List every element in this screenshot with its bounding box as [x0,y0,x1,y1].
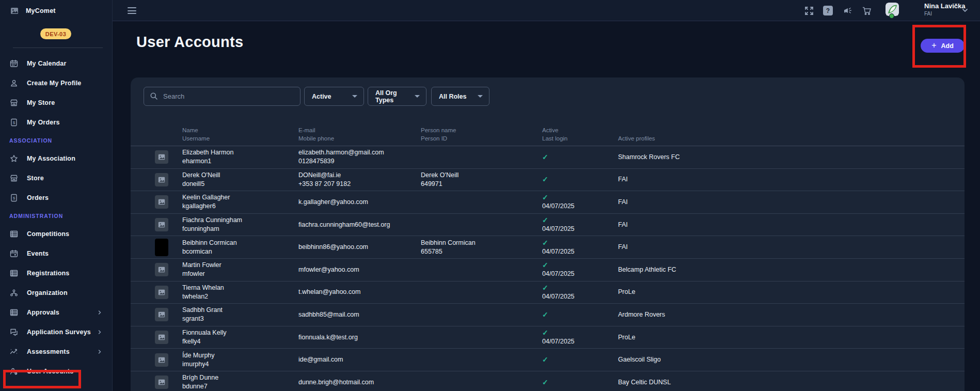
active-profiles: Gaelscoil Sligo [618,355,965,364]
org-type-filter-value: All Org Types [375,89,409,104]
help-icon[interactable]: ? [823,6,833,15]
table-row[interactable]: Fionnuala Kellyfkelly4 fionnuala.k@test.… [131,326,965,349]
sidebar-item-label: Orders [27,194,49,201]
table-row[interactable]: Brígh Dunnebdunne7 dunne.brigh@hotmail.c… [131,371,965,391]
active-check-icon: ✓ [542,284,618,292]
person-id: 649971 [421,180,542,189]
user-menu[interactable]: Nina Lavička FAI [924,2,966,17]
table-row[interactable]: Tierna Whelantwhelan2 t.whelan@yahoo.com… [131,281,965,304]
user-email: ide@gmail.com [298,355,421,364]
sidebar-item-competitions[interactable]: Competitions [0,224,112,244]
user-name: Brígh Dunne [182,373,298,382]
sidebar-item-label: Events [27,250,49,257]
app-logo-row[interactable]: MyComet [0,0,112,21]
sidebar-item-store[interactable]: Store [0,168,112,188]
sidebar-item-label: User Accounts [27,368,73,375]
avatar [155,263,168,276]
sidebar-item-my-orders[interactable]: $My Orders [0,113,112,132]
table-body: Elizabeth Harmoneharmon1 elizabeth.harmo… [131,146,965,391]
environment-badge: DEV-03 [40,28,71,39]
person-name: Beibhinn Cormican [421,239,542,247]
status-filter-dropdown[interactable]: Active [304,87,364,106]
image-placeholder-icon [158,311,165,318]
chat-icon [10,328,18,336]
sidebar-item-create-my-profile[interactable]: Create My Profile [0,73,112,93]
table-row[interactable]: Keelin Gallagherkgallagher6 k.gallagher@… [131,191,965,214]
person-name: Derek O'Neill [421,171,542,180]
sidebar-item-label: My Calendar [27,60,67,67]
online-status-dot [889,13,894,19]
user-name: Derek O'Neill [182,171,298,180]
add-button[interactable]: + Add [921,39,965,53]
avatar [155,308,168,321]
trend-icon [10,348,18,356]
chevron-down-icon[interactable] [962,7,968,13]
person-id: 655785 [421,247,542,256]
store-icon [10,174,18,182]
user-name: Tierna Whelan [182,284,298,292]
sidebar-item-assessments[interactable]: Assessments [0,342,112,362]
sidebar-item-orders[interactable]: $Orders [0,188,112,208]
sidebar-item-my-calendar[interactable]: My Calendar [0,54,112,73]
sidebar-item-approvals[interactable]: Approvals [0,303,112,322]
user-username: doneill5 [182,180,298,189]
active-profiles: FAI [618,221,965,229]
search-input[interactable] [144,87,301,106]
col-username: Username [182,134,298,143]
sidebar-section-administration: ADMINISTRATION [0,208,112,224]
avatar [155,331,168,344]
avatar [155,353,168,367]
sidebar-item-events[interactable]: Events [0,244,112,263]
user-username: fkelly4 [182,337,298,346]
cart-icon[interactable] [862,6,872,16]
table-row[interactable]: Fiachra Cunninghamfcunningham fiachra.cu… [131,214,965,237]
caret-down-icon [415,95,420,98]
table-row[interactable]: Elizabeth Harmoneharmon1 elizabeth.harmo… [131,146,965,169]
table-row[interactable]: Beibhinn Cormicanbcormican beibhinn86@ya… [131,236,965,259]
table-row[interactable]: Martin Fowlermfowler mfowler@yahoo.com ✓… [131,259,965,281]
table-row[interactable]: Derek O'Neilldoneill5 DONeill@fai.ie+353… [131,169,965,192]
active-check-icon: ✓ [542,329,618,337]
sidebar-item-organization[interactable]: Organization [0,283,112,303]
image-placeholder-icon [158,289,165,296]
calendar-icon [10,59,18,68]
table-header: NameUsername E-mailMobile phone Person n… [131,125,965,146]
sidebar-item-my-store[interactable]: My Store [0,93,112,113]
sidebar-item-application-surveys[interactable]: Application Surveys [0,322,112,342]
user-email: elizabeth.harmon@gmail.com [298,148,421,157]
table-row[interactable]: Sadhbh Grantsgrant3 sadhbh85@mail.com ✓ … [131,304,965,326]
active-profiles: Ardmore Rovers [618,310,965,319]
user-username: imurphy4 [182,360,298,369]
roles-filter-dropdown[interactable]: All Roles [431,87,489,106]
fullscreen-icon[interactable] [804,6,814,16]
image-placeholder-icon [158,153,165,161]
app-name: MyComet [26,7,56,14]
sidebar-item-my-association[interactable]: My Association [0,149,112,168]
user-email: k.gallagher@yahoo.com [298,198,421,207]
image-placeholder-icon [10,7,19,15]
user-org: FAI [924,11,966,17]
image-placeholder-icon [158,176,165,183]
sidebar-item-label: Application Surveys [27,329,91,336]
chevron-right-icon [98,350,102,354]
sidebar-item-registrations[interactable]: Registrations [0,263,112,283]
caret-down-icon [352,95,357,98]
col-person-name: Person name [421,126,542,134]
table-icon [10,269,18,277]
sidebar-section-association: ASSOCIATION [0,132,112,149]
announcements-icon[interactable] [843,6,853,16]
user-name: Sadhbh Grant [182,306,298,315]
sidebar-item-user-accounts[interactable]: User Accounts [0,362,112,381]
table-row[interactable]: Íde Murphyimurphy4 ide@gmail.com ✓ Gaels… [131,349,965,371]
search-field-wrap [144,87,301,106]
avatar [155,286,168,299]
org-type-filter-dropdown[interactable]: All Org Types [368,87,426,106]
active-check-icon: ✓ [542,239,618,247]
menu-icon[interactable] [128,7,136,14]
active-check-icon: ✓ [542,153,618,162]
col-mobile-phone: Mobile phone [298,134,421,143]
last-login: 04/07/2025 [542,270,618,278]
user-username: sgrant3 [182,315,298,323]
sidebar: MyComet DEV-03 My CalendarCreate My Prof… [0,0,113,391]
col-email: E-mail [298,126,421,134]
